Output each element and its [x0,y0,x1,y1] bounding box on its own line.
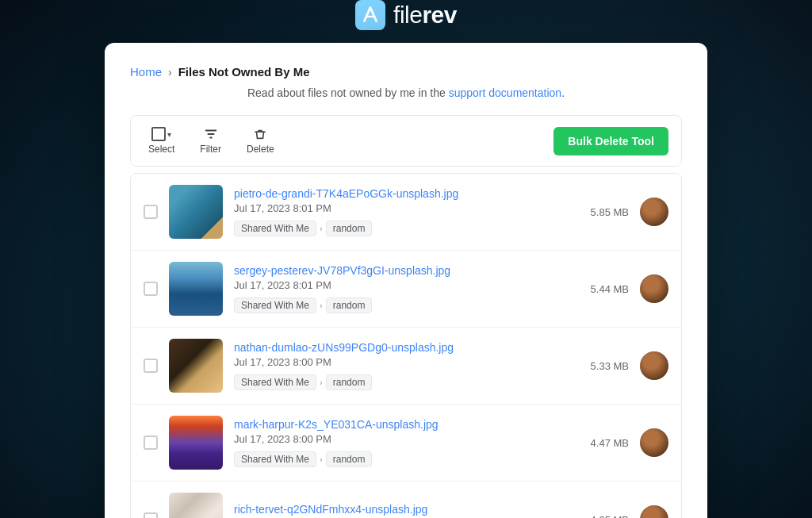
file-checkbox-4[interactable] [144,436,158,450]
file-checkbox-2[interactable] [144,282,158,296]
avatar-image-2 [640,274,668,303]
file-size-1: 5.85 MB [581,206,629,218]
table-row: sergey-pesterev-JV78PVf3gGI-unsplash.jpg… [131,251,681,328]
tag-shared-1: Shared With Me [234,221,316,236]
avatar-image-4 [640,428,668,457]
file-tags-3: Shared With Me › random [234,374,570,390]
file-thumbnail-4 [169,416,223,470]
file-size-2: 5.44 MB [581,283,629,295]
file-date-3: Jul 17, 2023 8:00 PM [234,356,570,368]
breadcrumb-current: Files Not Owned By Me [178,65,310,79]
checkbox-icon [151,127,166,141]
select-icon-wrapper: ▾ [151,127,171,141]
svg-rect-0 [355,0,385,30]
file-checkbox-3[interactable] [144,359,158,373]
file-avatar-2 [640,274,668,303]
avatar-image-1 [640,198,668,226]
tag-random-2: random [326,297,373,313]
file-date-2: Jul 17, 2023 8:01 PM [234,279,570,291]
file-name-5[interactable]: rich-tervet-q2GNdFmhxx4-unsplash.jpg [234,503,570,516]
file-thumbnail-5 [169,493,223,518]
logo-icon [355,0,385,30]
file-thumbnail-3 [169,339,223,393]
chevron-down-icon: ▾ [167,130,171,139]
breadcrumb-separator: › [168,66,172,79]
file-info-2: sergey-pesterev-JV78PVf3gGI-unsplash.jpg… [234,264,570,313]
tag-random-1: random [326,221,373,236]
tag-shared-3: Shared With Me [234,374,316,390]
file-date-4: Jul 17, 2023 8:00 PM [234,433,570,445]
file-info-5: rich-tervet-q2GNdFmhxx4-unsplash.jpg Jul… [234,503,570,518]
logo-wordmark: filerev [393,2,457,29]
bulk-delete-button[interactable]: Bulk Delete Tool [553,127,668,155]
file-avatar-3 [640,351,668,380]
table-row: pietro-de-grandi-T7K4aEPoGGk-unsplash.jp… [131,174,681,251]
tag-random-4: random [326,451,373,467]
tag-sep-1: › [320,224,323,233]
file-name-4[interactable]: mark-harpur-K2s_YE031CA-unsplash.jpg [234,418,570,431]
file-thumbnail-2 [169,262,223,316]
delete-icon [253,127,267,141]
support-doc-link[interactable]: support documentation [449,86,561,99]
table-row: mark-harpur-K2s_YE031CA-unsplash.jpg Jul… [131,405,681,482]
delete-label: Delete [247,144,274,155]
file-info-1: pietro-de-grandi-T7K4aEPoGGk-unsplash.jp… [234,187,570,236]
select-button[interactable]: ▾ Select [144,124,179,158]
tag-shared-2: Shared With Me [234,297,316,313]
tag-sep-2: › [320,301,323,310]
file-info-3: nathan-dumlao-zUNs99PGDg0-unsplash.jpg J… [234,341,570,390]
delete-button[interactable]: Delete [242,124,279,158]
file-tags-2: Shared With Me › random [234,297,570,313]
filter-label: Filter [200,144,221,155]
breadcrumb-home-link[interactable]: Home [130,65,162,79]
file-size-5: 4.35 MB [581,514,629,519]
file-avatar-5 [640,505,668,518]
file-thumbnail-1 [169,185,223,239]
file-tags-4: Shared With Me › random [234,451,570,467]
file-name-3[interactable]: nathan-dumlao-zUNs99PGDg0-unsplash.jpg [234,341,570,354]
file-name-1[interactable]: pietro-de-grandi-T7K4aEPoGGk-unsplash.jp… [234,187,570,200]
file-name-2[interactable]: sergey-pesterev-JV78PVf3gGI-unsplash.jpg [234,264,570,277]
file-size-4: 4.47 MB [581,437,629,449]
main-card: Home › Files Not Owned By Me Read about … [105,43,707,518]
file-checkbox-1[interactable] [144,205,158,219]
file-avatar-4 [640,428,668,457]
table-row: rich-tervet-q2GNdFmhxx4-unsplash.jpg Jul… [131,482,681,518]
file-checkbox-5[interactable] [144,512,158,518]
tag-shared-4: Shared With Me [234,451,316,467]
table-row: nathan-dumlao-zUNs99PGDg0-unsplash.jpg J… [131,328,681,405]
file-list: pietro-de-grandi-T7K4aEPoGGk-unsplash.jp… [130,173,682,518]
select-label: Select [148,144,174,155]
file-tags-1: Shared With Me › random [234,221,570,236]
file-date-1: Jul 17, 2023 8:01 PM [234,202,570,214]
toolbar: ▾ Select Filter [130,115,682,167]
avatar-image-3 [640,351,668,380]
page-description: Read about files not owned by me in the … [130,86,682,99]
tag-sep-3: › [320,378,323,387]
tag-random-3: random [326,374,373,390]
toolbar-left: ▾ Select Filter [144,124,553,158]
file-info-4: mark-harpur-K2s_YE031CA-unsplash.jpg Jul… [234,418,570,467]
filter-icon [204,127,218,141]
app-logo: filerev [355,0,457,30]
filter-button[interactable]: Filter [195,124,226,158]
avatar-image-5 [640,505,668,518]
tag-sep-4: › [320,455,323,464]
breadcrumb: Home › Files Not Owned By Me [130,65,682,79]
file-avatar-1 [640,198,668,226]
file-size-3: 5.33 MB [581,360,629,372]
